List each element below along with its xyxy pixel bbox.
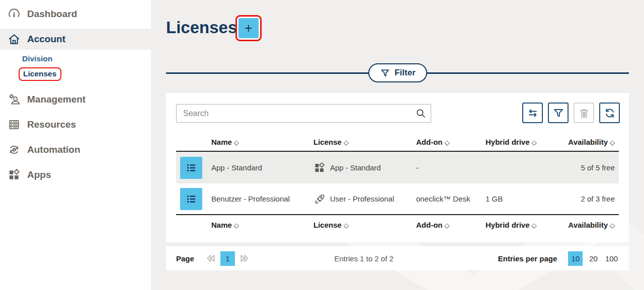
entries-info: Entries 1 to 2 of 2 bbox=[250, 254, 498, 263]
page-label: Page bbox=[176, 254, 194, 263]
current-page-button[interactable]: 1 bbox=[220, 251, 235, 266]
home-icon bbox=[8, 33, 21, 46]
list-icon bbox=[185, 162, 197, 174]
row-details-button[interactable] bbox=[180, 157, 202, 179]
sort-diamond-icon: ◇ bbox=[444, 222, 449, 229]
cell-addon: oneclick™ Desk bbox=[411, 195, 480, 203]
trash-icon bbox=[578, 107, 590, 119]
page-title: Licenses bbox=[166, 18, 237, 37]
apps-icon bbox=[8, 168, 21, 181]
sidebar-item-label: Apps bbox=[27, 169, 51, 180]
column-header-license[interactable]: License◇ bbox=[309, 138, 411, 146]
filter-table-button[interactable] bbox=[548, 103, 569, 123]
subnav-item-label: Division bbox=[22, 54, 52, 63]
table-footer-header-row: Name◇ License◇ Add-on◇ Hybrid drive◇ Ava… bbox=[176, 215, 619, 234]
cell-availability: 2 of 3 free bbox=[543, 195, 619, 203]
column-header-availability[interactable]: Availability◇ bbox=[543, 221, 619, 229]
row-details-button[interactable] bbox=[180, 188, 202, 210]
swap-arrows-icon bbox=[527, 107, 539, 119]
funnel-icon bbox=[380, 68, 390, 78]
per-page-option-10[interactable]: 10 bbox=[568, 251, 583, 266]
search-icon bbox=[416, 108, 426, 119]
search-field-wrap bbox=[176, 104, 431, 123]
column-header-addon[interactable]: Add-on◇ bbox=[411, 221, 480, 229]
sidebar-item-management[interactable]: Management bbox=[0, 89, 151, 110]
add-license-button[interactable]: + bbox=[238, 18, 259, 38]
sidebar-item-division[interactable]: Division bbox=[22, 54, 52, 63]
sort-diamond-icon: ◇ bbox=[344, 139, 349, 146]
apps-icon bbox=[313, 162, 326, 174]
pagination-bar: Page 1 Entries 1 to 2 of 2 Entries per p… bbox=[166, 246, 629, 270]
server-icon bbox=[8, 118, 21, 131]
sort-diamond-icon: ◇ bbox=[610, 139, 615, 146]
filter-label: Filter bbox=[394, 68, 416, 78]
licenses-panel: Name◇ License◇ Add-on◇ Hybrid drive◇ Ava… bbox=[166, 93, 629, 242]
list-icon bbox=[185, 193, 197, 205]
sort-diamond-icon: ◇ bbox=[444, 139, 449, 146]
sidebar: Dashboard Account Division Licenses bbox=[0, 0, 151, 290]
sort-diamond-icon: ◇ bbox=[234, 222, 239, 229]
table-header-row: Name◇ License◇ Add-on◇ Hybrid drive◇ Ava… bbox=[176, 133, 619, 152]
user-gear-icon bbox=[8, 93, 21, 106]
refresh-icon bbox=[604, 107, 616, 119]
column-header-hybrid-drive[interactable]: Hybrid drive◇ bbox=[480, 221, 543, 229]
sidebar-item-automation[interactable]: Automation bbox=[0, 139, 151, 160]
sort-diamond-icon: ◇ bbox=[344, 222, 349, 229]
sort-diamond-icon: ◇ bbox=[234, 139, 239, 146]
sidebar-item-resources[interactable]: Resources bbox=[0, 114, 151, 135]
per-page-option-20[interactable]: 20 bbox=[588, 252, 599, 265]
last-page-button[interactable] bbox=[239, 253, 250, 264]
column-header-name[interactable]: Name◇ bbox=[206, 138, 309, 146]
funnel-icon bbox=[552, 107, 565, 119]
filter-toggle-button[interactable]: Filter bbox=[368, 63, 427, 82]
main-content: Licenses + Filter bbox=[151, 0, 644, 290]
sort-diamond-icon: ◇ bbox=[532, 139, 537, 146]
cell-name: Benutzer - Professional bbox=[206, 195, 309, 203]
column-header-name[interactable]: Name◇ bbox=[206, 221, 309, 229]
sidebar-item-label: Account bbox=[27, 34, 65, 45]
sort-diamond-icon: ◇ bbox=[610, 222, 615, 229]
delete-button[interactable] bbox=[574, 103, 594, 123]
table-toolbar bbox=[522, 103, 620, 123]
sidebar-item-label: Management bbox=[27, 94, 86, 105]
sidebar-item-label: Automation bbox=[27, 144, 80, 155]
cell-license: User - Professional bbox=[330, 195, 394, 203]
sidebar-item-label: Dashboard bbox=[27, 9, 77, 20]
sidebar-item-apps[interactable]: Apps bbox=[0, 164, 151, 185]
cell-license: App - Standard bbox=[330, 163, 381, 172]
cell-hybrid-drive: 1 GB bbox=[480, 195, 543, 203]
gauge-icon bbox=[8, 8, 21, 21]
swap-arrows-button[interactable] bbox=[522, 103, 543, 123]
rocket-icon bbox=[313, 193, 326, 205]
sidebar-item-dashboard[interactable]: Dashboard bbox=[0, 4, 151, 25]
per-page-option-100[interactable]: 100 bbox=[604, 252, 619, 265]
refresh-button[interactable] bbox=[599, 103, 620, 123]
entries-per-page: Entries per page 10 20 100 bbox=[498, 251, 619, 266]
sort-diamond-icon: ◇ bbox=[532, 222, 537, 229]
sidebar-item-account[interactable]: Account bbox=[0, 29, 151, 50]
annotation-highlight: Licenses bbox=[19, 67, 61, 81]
search-input[interactable] bbox=[176, 104, 431, 123]
cell-availability: 5 of 5 free bbox=[543, 163, 619, 172]
column-header-availability[interactable]: Availability◇ bbox=[543, 138, 619, 146]
sidebar-item-licenses[interactable]: Licenses bbox=[19, 67, 61, 81]
per-page-label: Entries per page bbox=[498, 254, 557, 263]
sidebar-item-label: Resources bbox=[27, 119, 76, 130]
table-row: Benutzer - Professional User - Professio… bbox=[176, 183, 619, 215]
subnav-item-label: Licenses bbox=[23, 69, 56, 78]
column-header-addon[interactable]: Add-on◇ bbox=[411, 138, 480, 146]
cell-addon: - bbox=[411, 163, 480, 172]
column-header-license[interactable]: License◇ bbox=[309, 221, 411, 229]
column-header-hybrid-drive[interactable]: Hybrid drive◇ bbox=[480, 138, 543, 146]
annotation-highlight: + bbox=[235, 15, 262, 41]
table-row: App - Standard App - Standard - 5 of 5 bbox=[176, 152, 619, 183]
licenses-table: Name◇ License◇ Add-on◇ Hybrid drive◇ Ava… bbox=[176, 133, 619, 234]
automation-icon bbox=[8, 143, 21, 156]
first-page-button[interactable] bbox=[205, 253, 216, 264]
cell-name: App - Standard bbox=[206, 163, 309, 172]
